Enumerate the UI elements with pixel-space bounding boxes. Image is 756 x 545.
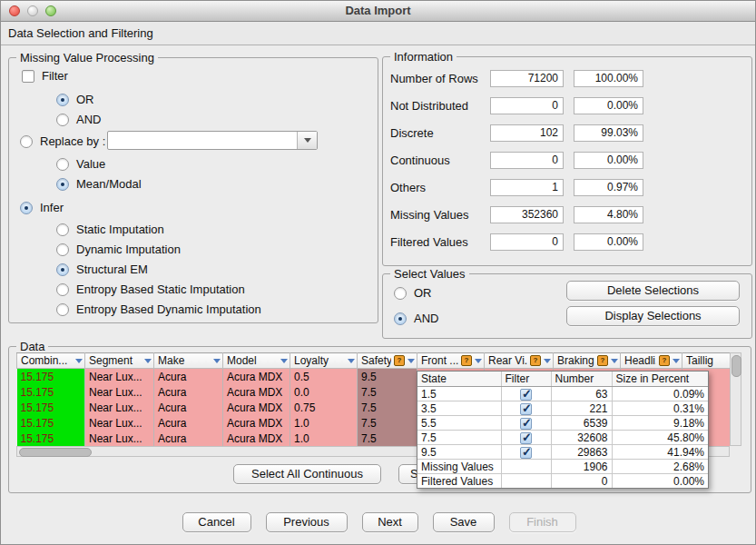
cell-loyalty[interactable]: 0.0: [290, 384, 358, 400]
cell-loyalty[interactable]: 0.75: [290, 400, 358, 415]
cell-make[interactable]: Acura: [154, 415, 223, 431]
cell-make[interactable]: Acura: [154, 400, 223, 415]
column-header-safety[interactable]: Safety ...: [358, 353, 417, 369]
select-or-radio[interactable]: [394, 287, 407, 300]
cell-combined[interactable]: 15.175: [17, 431, 85, 446]
info-value-field[interactable]: 102: [490, 124, 564, 142]
info-value-field[interactable]: 1: [490, 179, 564, 196]
info-value-field[interactable]: 0: [490, 152, 564, 169]
select-all-continuous-button[interactable]: Select All Continuous: [233, 464, 381, 484]
cell-segment[interactable]: Near Lux...: [85, 400, 154, 415]
filter-or-radio[interactable]: [56, 94, 69, 106]
info-percent-field[interactable]: 0.00%: [574, 152, 643, 169]
column-header-segment[interactable]: Segment: [85, 353, 154, 369]
column-header-braking[interactable]: Braking: [554, 353, 621, 369]
checkbox-checked-icon[interactable]: [520, 403, 532, 415]
display-selections-button[interactable]: Display Selections: [566, 306, 740, 326]
missing-values-icon: [394, 355, 405, 366]
cell-safety[interactable]: 9.5: [358, 369, 417, 385]
filter-and-radio[interactable]: [56, 114, 69, 126]
column-header-loyalty[interactable]: Loyalty: [290, 353, 358, 369]
column-header-headlight[interactable]: Headli...: [621, 353, 682, 369]
select-and-radio[interactable]: [394, 312, 407, 325]
structural-em-radio[interactable]: [56, 263, 69, 276]
info-percent-field[interactable]: 0.97%: [574, 179, 643, 196]
entropy-static-radio[interactable]: [56, 283, 69, 296]
cell-model[interactable]: Acura MDX: [223, 400, 290, 415]
entropy-static-label: Entropy Based Static Imputation: [76, 282, 245, 296]
column-header-taillight[interactable]: Taillig: [682, 353, 731, 369]
replace-by-radio[interactable]: [20, 135, 33, 148]
cell-safety[interactable]: 7.5: [358, 384, 417, 400]
cell-safety[interactable]: 7.5: [358, 431, 417, 446]
vertical-scrollbar-thumb[interactable]: [731, 355, 741, 377]
cell-loyalty[interactable]: 1.0: [290, 415, 358, 431]
checkbox-checked-icon[interactable]: [520, 418, 532, 430]
cell-segment[interactable]: Near Lux...: [85, 384, 154, 400]
cell-combined[interactable]: 15.175: [17, 384, 85, 400]
info-percent-field[interactable]: 0.00%: [574, 233, 643, 251]
mean-modal-radio[interactable]: [56, 178, 69, 191]
column-header-model[interactable]: Model: [223, 353, 290, 369]
cell-segment[interactable]: Near Lux...: [85, 431, 154, 446]
zoom-icon[interactable]: [45, 5, 56, 16]
cell-safety[interactable]: 7.5: [358, 400, 417, 415]
entropy-dynamic-radio[interactable]: [56, 303, 69, 316]
replace-by-dropdown[interactable]: [107, 131, 318, 150]
column-header-make[interactable]: Make: [154, 353, 223, 369]
cell-segment[interactable]: Near Lux...: [85, 415, 154, 431]
horizontal-scrollbar-thumb[interactable]: [19, 448, 92, 457]
vertical-scrollbar[interactable]: [730, 352, 741, 446]
checkbox-checked-icon[interactable]: [520, 389, 532, 401]
popup-header-size: Size in Percent: [612, 372, 708, 387]
info-percent-field[interactable]: 4.80%: [574, 206, 643, 223]
info-value-field[interactable]: 0: [490, 97, 564, 114]
close-icon[interactable]: [9, 5, 20, 16]
filter-checkbox[interactable]: [22, 70, 34, 83]
cell-combined[interactable]: 15.175: [17, 400, 85, 415]
popup-row: 5.5 6539 9.18%: [417, 416, 708, 431]
next-button[interactable]: Next: [362, 512, 418, 532]
value-radio[interactable]: [56, 158, 69, 171]
popup-state: Filtered Values: [417, 474, 501, 489]
delete-selections-button[interactable]: Delete Selections: [566, 281, 740, 301]
previous-button[interactable]: Previous: [266, 512, 348, 532]
column-header-combined[interactable]: Combin...: [17, 353, 85, 369]
cell-combined[interactable]: 15.175: [17, 369, 85, 385]
dynamic-imputation-radio[interactable]: [56, 243, 69, 256]
info-percent-field[interactable]: 99.03%: [574, 124, 643, 142]
cell-make[interactable]: Acura: [154, 384, 223, 400]
info-value-field[interactable]: 352360: [490, 206, 564, 223]
select-values-group: Select Values OR AND Delete Selections D…: [382, 273, 752, 339]
cell-safety[interactable]: 7.5: [358, 415, 417, 431]
cell-model[interactable]: Acura MDX: [223, 431, 290, 446]
infer-radio[interactable]: [20, 202, 33, 214]
checkbox-checked-icon[interactable]: [520, 447, 532, 459]
static-imputation-radio[interactable]: [56, 223, 69, 236]
column-header-rear-view[interactable]: Rear Vi...: [485, 353, 554, 369]
info-value-field[interactable]: 0: [490, 233, 564, 251]
info-percent-field[interactable]: 100.00%: [574, 70, 643, 87]
cell-model[interactable]: Acura MDX: [223, 369, 290, 385]
cell-loyalty[interactable]: 0.5: [290, 369, 358, 385]
column-header-front[interactable]: Front ...: [417, 353, 485, 369]
info-label: Discrete: [390, 126, 434, 140]
cell-model[interactable]: Acura MDX: [223, 384, 290, 400]
cancel-button[interactable]: Cancel: [182, 512, 251, 532]
title-bar[interactable]: Data Import: [1, 1, 755, 22]
info-percent-field[interactable]: 0.00%: [574, 97, 643, 114]
checkbox-checked-icon[interactable]: [520, 432, 532, 444]
cell-combined[interactable]: 15.175: [17, 415, 85, 431]
cell-loyalty[interactable]: 1.0: [290, 431, 358, 446]
cell-model[interactable]: Acura MDX: [223, 415, 290, 431]
cell-make[interactable]: Acura: [154, 369, 223, 385]
dynamic-imputation-row: Dynamic Imputation: [56, 243, 181, 256]
cell-make[interactable]: Acura: [154, 431, 223, 446]
minimize-icon[interactable]: [27, 5, 38, 16]
popup-percent: 2.68%: [612, 460, 708, 474]
info-value-field[interactable]: 71200: [490, 70, 564, 87]
cell-segment[interactable]: Near Lux...: [85, 369, 154, 385]
dropdown-arrow-button[interactable]: [297, 132, 317, 149]
popup-percent: 45.80%: [612, 431, 708, 445]
save-button[interactable]: Save: [433, 512, 495, 532]
